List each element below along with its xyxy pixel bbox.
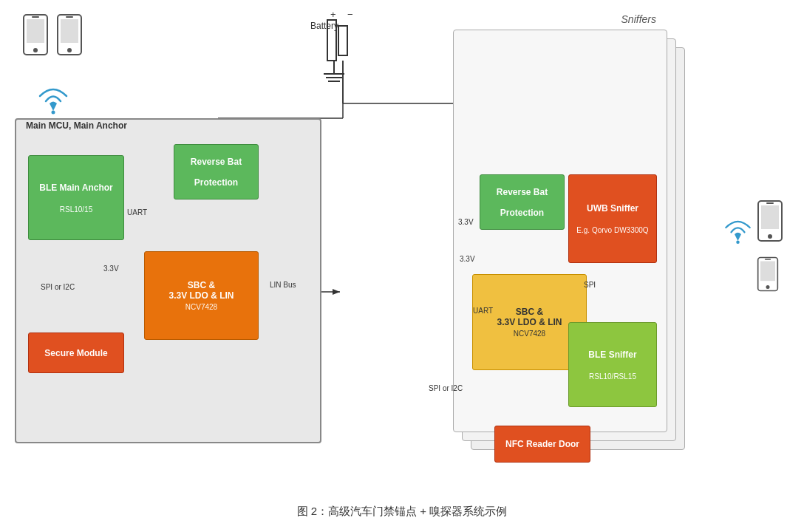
svg-rect-3: [338, 26, 347, 55]
svg-rect-53: [32, 16, 39, 18]
spi-i2c-right-label: SPI or I2C: [429, 384, 463, 392]
spi-i2c-left-label: SPI or I2C: [41, 283, 75, 291]
v33-left-label: 3.3V: [103, 265, 119, 273]
spi-label: SPI: [584, 281, 596, 289]
svg-rect-51: [27, 19, 44, 43]
svg-rect-67: [765, 259, 771, 260]
phone-icon-1: [22, 13, 49, 56]
svg-marker-33: [333, 289, 340, 295]
phone-group-right: [757, 200, 783, 293]
uart-right-label: UART: [473, 307, 493, 315]
diagram-container: + −: [0, 0, 804, 532]
svg-point-56: [67, 48, 72, 52]
nfc-reader-block: NFC Reader Door: [494, 426, 590, 463]
svg-point-62: [768, 234, 772, 239]
secure-module-block: Secure Module: [28, 332, 124, 373]
svg-rect-65: [760, 262, 775, 282]
svg-point-52: [33, 48, 38, 52]
sniffer-stack: Reverse Bat Protection SBC & 3.3V LDO & …: [453, 30, 689, 473]
lin-bus-label: LIN Bus: [270, 281, 296, 289]
sniffers-label: Sniffers: [621, 13, 656, 25]
v33-top-label: 3.3V: [458, 218, 474, 226]
svg-point-58: [52, 111, 55, 115]
sbc-ldo-left-block: SBC & 3.3V LDO & LIN NCV7428: [144, 251, 259, 340]
main-mcu-label: Main MCU, Main Anchor: [26, 120, 127, 131]
rev-bat-protection-right-block: Reverse Bat Protection: [480, 174, 565, 230]
svg-point-59: [736, 241, 740, 245]
caption: 图 2：高级汽车门禁锚点 + 嗅探器系统示例: [0, 505, 804, 519]
svg-rect-61: [761, 205, 779, 229]
svg-text:+: +: [330, 9, 336, 20]
uart-left-label: UART: [127, 208, 147, 216]
rev-bat-protection-left-block: Reverse Bat Protection: [174, 144, 259, 200]
svg-text:−: −: [347, 9, 353, 20]
battery-label: Battery: [310, 21, 338, 31]
svg-rect-63: [766, 202, 774, 204]
phone-icon-right-1: [757, 200, 783, 242]
svg-rect-55: [61, 19, 78, 43]
phone-group-left: [22, 13, 83, 56]
wifi-icon-left: [31, 81, 75, 121]
ble-sniffer-block: BLE Sniffer RSL10/RSL15: [568, 322, 657, 407]
ble-main-anchor-block: BLE Main Anchor RSL10/15: [28, 155, 124, 240]
svg-point-66: [766, 285, 770, 289]
phone-icon-2: [56, 13, 83, 56]
v33-mid-label: 3.3V: [460, 255, 475, 263]
sniffer-panel-front: Reverse Bat Protection SBC & 3.3V LDO & …: [453, 30, 667, 432]
phone-icon-right-2: [757, 256, 779, 293]
wifi-icon-right: [718, 214, 758, 250]
uwb-sniffer-block: UWB Sniffer E.g. Qorvo DW3300Q: [568, 174, 657, 263]
svg-rect-57: [66, 16, 73, 18]
